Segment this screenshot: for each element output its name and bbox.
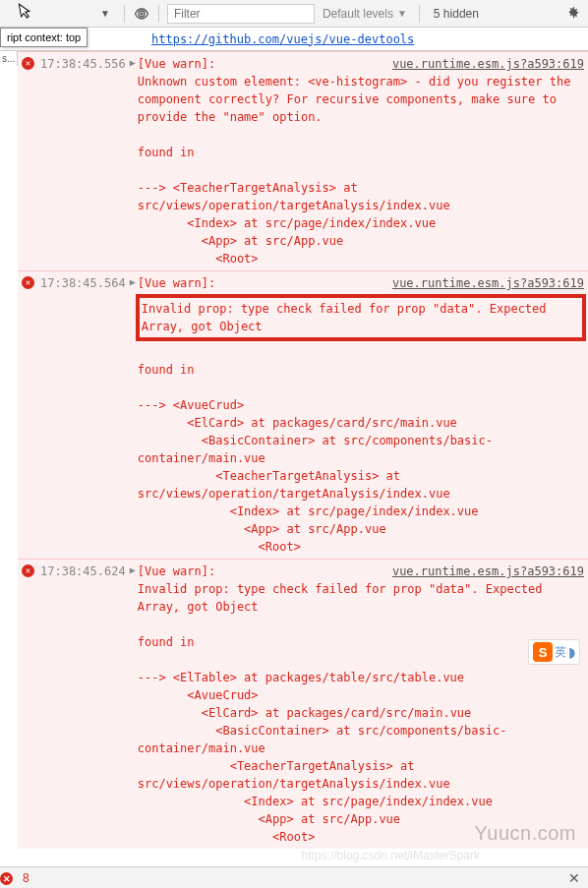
disclosure-triangle-icon[interactable]: ▶ — [130, 562, 136, 846]
close-icon[interactable]: ✕ — [568, 870, 580, 886]
sogou-icon: S — [533, 642, 553, 662]
context-tooltip: ript context: top — [0, 28, 88, 47]
timestamp: 17:38:45.564 — [40, 274, 126, 556]
gear-icon[interactable] — [561, 5, 584, 23]
highlighted-error: Invalid prop: type check failed for prop… — [136, 294, 586, 341]
error-icon: ✕ — [0, 872, 13, 885]
context-bar: https://github.com/vuejs/vue-devtools — [0, 28, 588, 51]
sidebar-stub[interactable]: s... — [0, 51, 18, 66]
toolbar-divider — [124, 5, 125, 23]
disclosure-triangle-icon[interactable]: ▶ — [130, 55, 136, 267]
message-text: Unknown custom element: <ve-histogram> -… — [138, 73, 584, 267]
console-messages: ✕ 17:38:45.556 ▶ [Vue warn]: vue.runtime… — [18, 51, 588, 849]
message-text: Invalid prop: type check failed for prop… — [142, 302, 554, 333]
vue-warn-label: [Vue warn]: — [138, 562, 215, 580]
error-icon: ✕ — [22, 564, 34, 577]
error-icon: ✕ — [22, 57, 34, 70]
console-error-row: ✕ 17:38:45.564 ▶ [Vue warn]: vue.runtime… — [18, 270, 588, 559]
moon-icon: ◗ — [568, 644, 575, 660]
source-link[interactable]: vue.runtime.esm.js?a593:619 — [392, 274, 584, 292]
console-error-row: ✕ 17:38:45.624 ▶ [Vue warn]: vue.runtime… — [18, 559, 588, 849]
context-dropdown-arrow-icon[interactable]: ▼ — [94, 8, 116, 19]
vue-warn-label: [Vue warn]: — [138, 274, 215, 292]
log-levels-dropdown[interactable]: Default levels ▼ — [319, 7, 411, 21]
log-levels-label: Default levels — [323, 7, 393, 21]
message-text: found in ---> <AvueCrud> <ElCard> at pac… — [138, 343, 584, 556]
error-count: 8 — [23, 871, 29, 885]
status-bar: ✕ 8 ✕ — [0, 866, 588, 888]
source-link[interactable]: vue.runtime.esm.js?a593:619 — [392, 55, 584, 73]
message-body: [Vue warn]: vue.runtime.esm.js?a593:619 … — [138, 55, 584, 267]
watermark: Yuucn.com — [475, 822, 576, 845]
console-error-row: ✕ 17:38:45.556 ▶ [Vue warn]: vue.runtime… — [18, 51, 588, 270]
hidden-count-label[interactable]: 5 hidden — [428, 7, 485, 21]
message-body: [Vue warn]: vue.runtime.esm.js?a593:619 … — [138, 274, 584, 556]
message-text: Invalid prop: type check failed for prop… — [138, 580, 584, 846]
source-link[interactable]: vue.runtime.esm.js?a593:619 — [392, 562, 584, 580]
timestamp: 17:38:45.556 — [40, 55, 126, 267]
svg-point-0 — [140, 12, 143, 15]
error-icon: ✕ — [22, 276, 34, 289]
timestamp: 17:38:45.624 — [40, 562, 126, 846]
toolbar-divider — [419, 5, 420, 23]
ime-badge[interactable]: S 英 ◗ — [528, 639, 580, 665]
vue-warn-label: [Vue warn]: — [138, 55, 215, 73]
watermark-csdn: https://blog.csdn.net/iMasterSpark — [302, 849, 480, 862]
message-body: [Vue warn]: vue.runtime.esm.js?a593:619 … — [138, 562, 584, 846]
ime-language: 英 — [555, 644, 566, 661]
chevron-down-icon: ▼ — [397, 8, 407, 19]
console-toolbar: ▼ Default levels ▼ 5 hidden — [0, 0, 588, 28]
toolbar-divider — [158, 5, 159, 23]
error-count-badge[interactable]: ✕ 8 — [0, 870, 29, 885]
devtools-link[interactable]: https://github.com/vuejs/vue-devtools — [151, 32, 414, 46]
eye-icon[interactable] — [133, 5, 150, 23]
filter-input[interactable] — [167, 4, 315, 24]
